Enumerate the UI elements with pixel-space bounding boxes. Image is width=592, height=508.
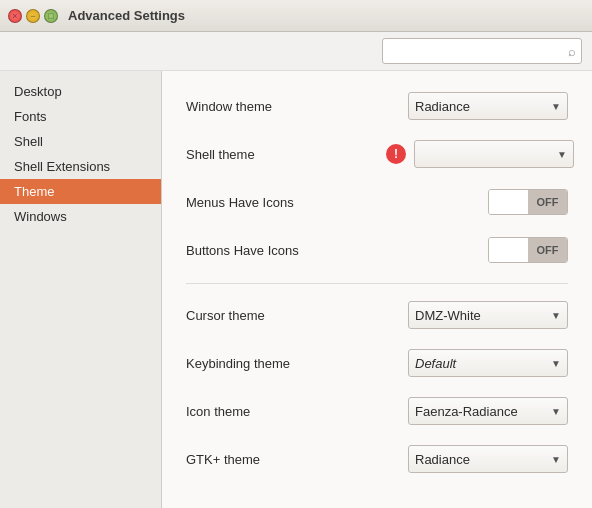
sidebar-item-shell[interactable]: Shell [0,129,161,154]
gtk-theme-arrow-icon: ▼ [551,454,561,465]
shell-theme-wrapper: ! ▼ [386,140,574,168]
cursor-theme-dropdown[interactable]: DMZ-White ▼ [408,301,568,329]
keybinding-theme-label: Keybinding theme [186,356,386,371]
search-wrapper: ⌕ [382,38,582,64]
search-bar: ⌕ [0,32,592,71]
main-layout: Desktop Fonts Shell Shell Extensions The… [0,71,592,508]
keybinding-theme-control: Default ▼ [386,349,568,377]
menus-icons-control: OFF [386,189,568,215]
shell-theme-arrow-icon: ▼ [557,149,567,160]
icon-theme-row: Icon theme Faenza-Radiance ▼ [186,396,568,426]
sidebar-item-desktop[interactable]: Desktop [0,79,161,104]
window-title: Advanced Settings [68,8,185,23]
buttons-icons-toggle[interactable]: OFF [488,237,568,263]
menus-icons-label: Menus Have Icons [186,195,386,210]
titlebar-buttons: × − □ [8,9,58,23]
gtk-theme-label: GTK+ theme [186,452,386,467]
keybinding-theme-dropdown[interactable]: Default ▼ [408,349,568,377]
keybinding-theme-value: Default [415,356,456,371]
minimize-button[interactable]: − [26,9,40,23]
search-icon: ⌕ [568,44,576,59]
menus-icons-on [489,190,528,214]
titlebar: × − □ Advanced Settings [0,0,592,32]
cursor-theme-arrow-icon: ▼ [551,310,561,321]
sidebar-item-fonts[interactable]: Fonts [0,104,161,129]
warning-icon: ! [386,144,406,164]
buttons-icons-on [489,238,528,262]
buttons-icons-label: Buttons Have Icons [186,243,386,258]
icon-theme-label: Icon theme [186,404,386,419]
window-theme-arrow-icon: ▼ [551,101,561,112]
divider-1 [186,283,568,284]
cursor-theme-control: DMZ-White ▼ [386,301,568,329]
sidebar-item-windows[interactable]: Windows [0,204,161,229]
sidebar: Desktop Fonts Shell Shell Extensions The… [0,71,162,508]
menus-icons-toggle[interactable]: OFF [488,189,568,215]
sidebar-item-shell-extensions[interactable]: Shell Extensions [0,154,161,179]
shell-theme-label: Shell theme [186,147,386,162]
buttons-icons-control: OFF [386,237,568,263]
gtk-theme-value: Radiance [415,452,470,467]
menus-icons-off: OFF [528,190,567,214]
cursor-theme-value: DMZ-White [415,308,481,323]
gtk-theme-row: GTK+ theme Radiance ▼ [186,444,568,474]
keybinding-theme-row: Keybinding theme Default ▼ [186,348,568,378]
cursor-theme-label: Cursor theme [186,308,386,323]
window-theme-value: Radiance [415,99,470,114]
shell-theme-row: Shell theme ! ▼ [186,139,568,169]
icon-theme-value: Faenza-Radiance [415,404,518,419]
window-theme-label: Window theme [186,99,386,114]
keybinding-theme-arrow-icon: ▼ [551,358,561,369]
gtk-theme-dropdown[interactable]: Radiance ▼ [408,445,568,473]
content-area: Window theme Radiance ▼ Shell theme ! ▼ [162,71,592,508]
search-input[interactable] [382,38,582,64]
icon-theme-control: Faenza-Radiance ▼ [386,397,568,425]
buttons-icons-off: OFF [528,238,567,262]
icon-theme-arrow-icon: ▼ [551,406,561,417]
buttons-icons-row: Buttons Have Icons OFF [186,235,568,265]
window-theme-dropdown[interactable]: Radiance ▼ [408,92,568,120]
sidebar-item-theme[interactable]: Theme [0,179,161,204]
shell-theme-dropdown[interactable]: ▼ [414,140,574,168]
icon-theme-dropdown[interactable]: Faenza-Radiance ▼ [408,397,568,425]
window-theme-control: Radiance ▼ [386,92,568,120]
maximize-button[interactable]: □ [44,9,58,23]
close-button[interactable]: × [8,9,22,23]
gtk-theme-control: Radiance ▼ [386,445,568,473]
cursor-theme-row: Cursor theme DMZ-White ▼ [186,300,568,330]
menus-icons-row: Menus Have Icons OFF [186,187,568,217]
shell-theme-control: ! ▼ [386,140,574,168]
window-theme-row: Window theme Radiance ▼ [186,91,568,121]
